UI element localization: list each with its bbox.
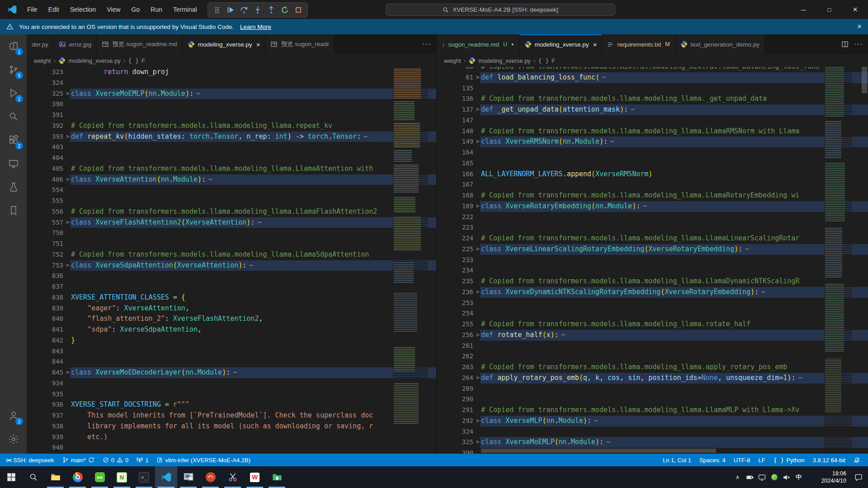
- code-editor[interactable]: 323 return down_proj324325>class XverseM…: [27, 67, 436, 454]
- minimap[interactable]: [393, 67, 428, 454]
- sidebar-item-extensions[interactable]: 2: [0, 128, 27, 152]
- code-line[interactable]: 223: [437, 222, 868, 233]
- status-indentation[interactable]: Spaces: 4: [695, 454, 730, 466]
- split-editor-icon[interactable]: [841, 41, 849, 48]
- code-line[interactable]: 752# Copied from transformers.models.lla…: [27, 249, 436, 260]
- fold-chevron-icon[interactable]: >: [65, 217, 71, 228]
- breadcrumb-item[interactable]: modeling_xverse.py: [478, 57, 531, 64]
- code-line[interactable]: 843: [27, 346, 436, 357]
- code-line[interactable]: 936XVERSE_START_DOCSTRING = r""": [27, 399, 436, 410]
- tab-error.jpg[interactable]: error.jpg: [54, 34, 97, 54]
- code-line[interactable]: 393>def repeat_kv(hidden_states: torch.T…: [27, 131, 436, 142]
- code-line[interactable]: 225>class XverseLinearScalingRotaryEmbed…: [437, 244, 868, 255]
- code-line[interactable]: 222: [437, 212, 868, 223]
- tab-预览 sugon_readr[interactable]: 预览 sugon_readr: [265, 34, 335, 54]
- status-ports[interactable]: 1: [132, 454, 152, 466]
- taskbar-item-netdisk[interactable]: [266, 466, 288, 488]
- more-actions-icon[interactable]: ···: [854, 40, 863, 48]
- fold-chevron-icon[interactable]: >: [65, 260, 71, 271]
- code-line[interactable]: 840 "flash_attention_2": XverseFlashAtte…: [27, 314, 436, 324]
- code-line[interactable]: 937 This model inherits from [`PreTraine…: [27, 410, 436, 421]
- fold-chevron-icon[interactable]: >: [475, 201, 481, 212]
- sidebar-item-explorer[interactable]: 1: [0, 34, 27, 58]
- status-python-env[interactable]: vllm-infer (XVERSE-MoE-A4.2B): [152, 454, 255, 466]
- status-encoding[interactable]: UTF-8: [730, 454, 755, 466]
- tab-close-icon[interactable]: ×: [256, 41, 260, 48]
- taskbar-item-chrome[interactable]: [66, 466, 89, 488]
- code-line[interactable]: 391: [27, 110, 436, 121]
- taskbar-clock[interactable]: 18:062024/4/10: [805, 470, 849, 484]
- more-actions-icon[interactable]: ···: [422, 40, 431, 48]
- sidebar-item-bookmarks[interactable]: [0, 199, 27, 222]
- close-button[interactable]: ×: [842, 0, 868, 19]
- fold-chevron-icon[interactable]: >: [65, 131, 71, 142]
- menu-run[interactable]: Run: [146, 4, 167, 15]
- folded-ellipsis[interactable]: ⋯: [233, 368, 237, 376]
- code-line[interactable]: 836: [27, 271, 436, 282]
- step-into-icon[interactable]: [253, 5, 262, 14]
- code-line[interactable]: 233: [437, 255, 868, 266]
- code-line[interactable]: 234: [437, 265, 868, 276]
- code-line[interactable]: 838XVERSE_ATTENTION_CLASSES = {: [27, 292, 436, 303]
- minimap[interactable]: [824, 67, 852, 454]
- folded-ellipsis[interactable]: ⋯: [249, 261, 253, 269]
- fold-chevron-icon[interactable]: >: [475, 416, 481, 427]
- code-line[interactable]: 135: [437, 83, 868, 94]
- code-line[interactable]: 168# Copied from transformers.models.lla…: [437, 190, 868, 201]
- code-line[interactable]: 323 return down_proj: [27, 67, 436, 78]
- code-line[interactable]: 325>class XverseMoEMLP(nn.Module):⋯: [27, 89, 436, 99]
- taskbar-item-terminal-app[interactable]: >_: [133, 466, 155, 488]
- restart-icon[interactable]: [280, 5, 289, 14]
- code-line[interactable]: 935: [27, 389, 436, 400]
- code-line[interactable]: 844: [27, 357, 436, 367]
- folded-ellipsis[interactable]: ⋯: [761, 288, 765, 296]
- stop-icon[interactable]: [294, 5, 303, 14]
- code-line[interactable]: 556# Copied from transformers.models.lla…: [27, 206, 436, 217]
- tray-battery-icon[interactable]: [744, 466, 756, 488]
- tray-display-icon[interactable]: [756, 466, 768, 488]
- tab-der.py[interactable]: der.py: [27, 34, 54, 54]
- fold-chevron-icon[interactable]: >: [475, 287, 481, 298]
- code-line[interactable]: 224# Copied from transformers.models.lla…: [437, 233, 868, 244]
- code-line[interactable]: 325>class XverseMoEMLP(nn.Module):⋯: [437, 437, 868, 448]
- taskbar-item-vscode[interactable]: [155, 466, 177, 488]
- folded-ellipsis[interactable]: ⋯: [610, 137, 614, 145]
- fold-chevron-icon[interactable]: >: [475, 244, 481, 255]
- code-line[interactable]: 255# Copied from transformers.models.lla…: [437, 319, 868, 330]
- code-line[interactable]: 289: [437, 384, 868, 394]
- sidebar-item-settings[interactable]: [0, 427, 27, 451]
- status-interpreter-version[interactable]: 3.8.12 64-bit: [809, 454, 849, 466]
- breadcrumb-item[interactable]: F: [552, 57, 555, 64]
- code-line[interactable]: 61>def load_balancing_loss_func(⋯: [437, 72, 868, 83]
- code-line[interactable]: 292>class XverseMLP(nn.Module):⋯: [437, 416, 868, 427]
- code-line[interactable]: 136# Copied from transformers.models.lla…: [437, 94, 868, 104]
- folded-ellipsis[interactable]: ⋯: [561, 331, 566, 339]
- code-line[interactable]: 264>def apply_rotary_pos_emb(q, k, cos, …: [437, 373, 868, 384]
- status-cursor-position[interactable]: Ln 1, Col 1: [659, 454, 695, 466]
- tab-requirements.txt[interactable]: requirements.txtM: [602, 34, 675, 54]
- code-line[interactable]: 839 "eager": XverseAttention,: [27, 303, 436, 314]
- fold-chevron-icon[interactable]: >: [475, 72, 481, 83]
- code-line[interactable]: 938 library implements for all its model…: [27, 421, 436, 432]
- code-line[interactable]: 235# Copied from transformers.models.lla…: [437, 276, 868, 287]
- code-line[interactable]: 166ALL_LAYERNORM_LAYERS.append(XverseRMS…: [437, 169, 868, 180]
- code-line[interactable]: 291# Copied from transformers.models.lla…: [437, 405, 868, 416]
- code-line[interactable]: 253: [437, 298, 868, 309]
- code-line[interactable]: 164: [437, 147, 868, 158]
- ime-indicator[interactable]: 中: [793, 466, 805, 488]
- breadcrumb-item[interactable]: weight: [34, 57, 51, 64]
- code-editor[interactable]: 60# Copied from transformers.models.mixt…: [437, 67, 868, 454]
- tray-volume-mute-icon[interactable]: [780, 466, 793, 488]
- code-line[interactable]: 167: [437, 179, 868, 190]
- folded-ellipsis[interactable]: ⋯: [798, 374, 802, 382]
- status-remote[interactable]: ><SSH: deepseek: [2, 454, 58, 466]
- menu-terminal[interactable]: Terminal: [169, 4, 202, 15]
- taskbar-item-red-app[interactable]: ◠: [199, 466, 222, 488]
- tray-shield-icon[interactable]: [768, 466, 780, 488]
- tray-chevron-up-icon[interactable]: ∧: [731, 466, 744, 488]
- code-line[interactable]: 750: [27, 228, 436, 239]
- sidebar-item-search[interactable]: [0, 105, 27, 128]
- code-line[interactable]: 236>class XverseDynamicNTKScalingRotaryE…: [437, 287, 868, 298]
- code-line[interactable]: 148# Copied from transformers.models.lla…: [437, 126, 868, 137]
- fold-chevron-icon[interactable]: >: [475, 437, 481, 448]
